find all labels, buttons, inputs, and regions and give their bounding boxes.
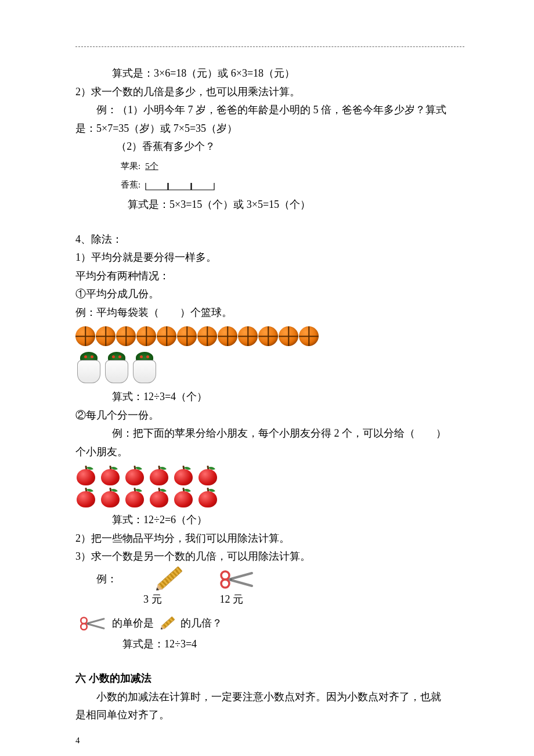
equation-text: 算式：12÷2=6（个）	[75, 511, 464, 530]
basketball-icon	[197, 326, 217, 346]
question-text: 的几倍？	[181, 614, 222, 633]
body-text: 个小朋友。	[75, 443, 464, 462]
svg-point-2	[230, 578, 232, 581]
basketball-icon	[218, 326, 237, 346]
basketball-icon	[157, 326, 176, 346]
svg-point-1	[221, 579, 229, 588]
body-text: 是相同单位对齐了。	[75, 706, 464, 725]
example-label: 例：	[96, 570, 117, 589]
bag-icon	[75, 350, 102, 383]
apple-icon	[124, 487, 145, 507]
svg-point-0	[221, 571, 229, 579]
pencil-icon	[154, 566, 183, 592]
scissors-icon	[219, 570, 257, 589]
apple-icon	[197, 465, 218, 485]
apple-icon	[124, 465, 145, 485]
pencil-icon	[159, 616, 175, 631]
page-divider	[75, 46, 464, 47]
apple-count: 5个	[145, 159, 158, 174]
apple-icon	[197, 487, 218, 507]
basketball-icon	[238, 326, 258, 346]
equation-text: 算式是：5×3=15（个）或 3×5=15（个）	[75, 196, 464, 214]
body-text: ②每几个分一份。	[75, 406, 464, 425]
apple-row: 苹果: 5个	[75, 159, 464, 174]
body-text: 例：平均每袋装（ ）个篮球。	[75, 304, 464, 322]
basketball-row	[75, 326, 464, 346]
apple-icon	[173, 487, 194, 507]
body-text: 小数的加减法在计算时，一定要注意小数点对齐。因为小数点对齐了，也就	[75, 688, 464, 707]
svg-point-4	[81, 624, 87, 630]
basketball-icon	[136, 326, 156, 346]
basketball-icon	[177, 326, 197, 346]
apple-icon	[75, 465, 96, 485]
label-apple: 苹果:	[121, 159, 140, 174]
body-text: （2）香蕉有多少个？	[75, 138, 464, 156]
body-text: 2）把一些物品平均分，我们可以用除法计算。	[75, 530, 464, 548]
price-text: 3 元	[143, 591, 162, 609]
page-number: 4	[75, 733, 464, 748]
body-text: 是：5×7=35（岁）或 7×5=35（岁）	[75, 120, 464, 138]
heading: 六 小数的加减法	[75, 669, 464, 688]
apple-icon	[149, 465, 169, 485]
apple-icon	[75, 487, 96, 507]
body-text: 3）求一个数是另一个数的几倍，可以用除法计算。	[75, 548, 464, 566]
question-row: 的单价是 的几倍？	[75, 614, 464, 633]
scissors-icon	[80, 616, 107, 631]
body-text: 例：（1）小明今年 7 岁，爸爸的年龄是小明的 5 倍，爸爸今年多少岁？算式	[75, 101, 464, 120]
svg-point-5	[88, 622, 89, 624]
apple-icon	[173, 465, 194, 485]
banana-row: 香蕉:	[75, 177, 464, 192]
bag-icon	[103, 350, 130, 383]
body-text: 平均分有两种情况：	[75, 267, 464, 286]
basketball-icon	[75, 326, 95, 346]
apple-icon	[100, 465, 121, 485]
basketball-icon	[96, 326, 116, 346]
apple-icon	[100, 487, 121, 507]
body-text: 例：把下面的苹果分给小朋友，每个小朋友分得 2 个，可以分给（ ）	[75, 424, 464, 443]
equation-text: 算式是：12÷3=4	[75, 635, 464, 654]
bracket-icon	[145, 182, 215, 192]
price-row: 3 元 12 元	[75, 591, 464, 609]
question-text: 的单价是	[112, 614, 154, 633]
bag-row	[75, 350, 464, 383]
basketball-icon	[116, 326, 136, 346]
basketball-icon	[279, 326, 298, 346]
body-text: 2）求一个数的几倍是多少，也可以用乘法计算。	[75, 83, 464, 102]
basketball-icon	[299, 326, 319, 346]
basketball-icon	[258, 326, 278, 346]
apple-grid	[75, 465, 464, 507]
price-text: 12 元	[220, 591, 244, 609]
equation-text: 算式：12÷3=4（个）	[75, 388, 464, 406]
bag-icon	[131, 350, 158, 383]
equation-text: 算式是：3×6=18（元）或 6×3=18（元）	[75, 64, 464, 83]
svg-point-3	[81, 617, 87, 624]
example-row: 例：	[75, 570, 464, 589]
label-banana: 香蕉:	[121, 177, 140, 192]
body-text: ①平均分成几份。	[75, 285, 464, 304]
apple-icon	[149, 487, 169, 507]
body-text: 1）平均分就是要分得一样多。	[75, 249, 464, 267]
heading: 4、除法：	[75, 231, 464, 249]
